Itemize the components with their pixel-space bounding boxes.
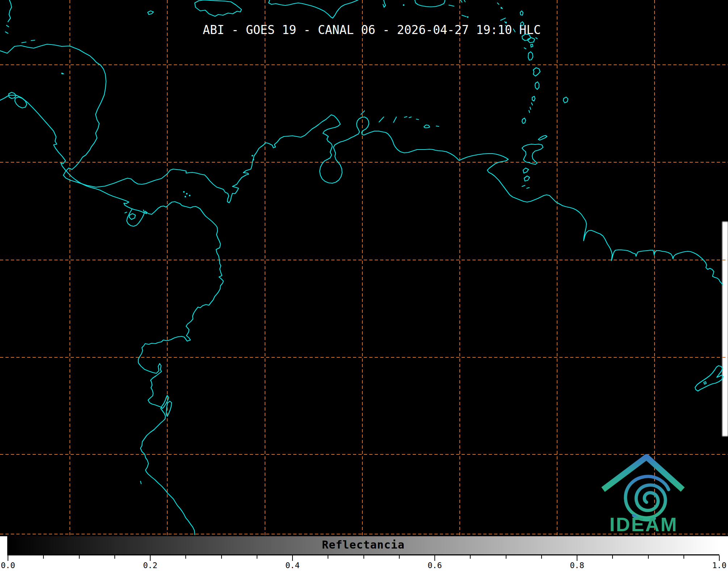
colorbar-footer: Reflectancia 0.00.20.40.60.81.0 [0,536,728,571]
satellite-map-image: IDEAM [0,0,728,536]
colorbar-minor-tick [114,555,115,559]
colorbar-minor-tick [648,555,649,559]
plot-title: ABI - GOES 19 - CANAL 06 - 2026-04-27 19… [203,24,541,36]
islet-dot [253,159,254,160]
colorbar-minor-tick [683,555,684,559]
colorbar-tick-label: 0.4 [285,562,300,570]
islet-dot [252,155,253,156]
colorbar-tick-label: 1.0 [712,562,727,570]
colorbar-minor-tick [328,555,328,559]
colorbar-minor-tick [257,555,257,559]
colorbar-minor-tick [506,555,506,559]
colorbar-major-tick [719,555,720,561]
islet-mark [416,119,418,119]
islet-dot [189,195,190,196]
colorbar-major-tick [150,555,151,561]
colorbar-tick-label: 0.6 [428,562,442,570]
colorbar-major-tick [292,555,293,561]
colorbar-label: Reflectancia [322,538,405,551]
reflectance-colorbar: Reflectancia [7,536,719,555]
colorbar-tick-label: 0.8 [570,562,584,570]
islet-dot [183,191,185,193]
colorbar-minor-tick [470,555,471,559]
islet-dot [186,193,188,194]
colorbar-minor-tick [221,555,222,559]
colorbar-major-tick [577,555,577,561]
colorbar-minor-tick [612,555,613,559]
islet-dot [403,4,404,6]
islet-mark [436,126,439,126]
islet-dot [185,196,186,197]
colorbar-minor-tick [363,555,364,559]
colorbar-major-tick [434,555,435,561]
islet-dot [467,16,468,18]
colorbar-minor-tick [541,555,542,559]
colorbar-minor-tick [399,555,400,559]
colorbar-minor-tick [79,555,80,559]
bright-cloud-edge [722,222,728,436]
colorbar-major-tick [8,555,8,561]
islet-dot [62,73,63,74]
colorbar-tick-label: 0.0 [1,562,15,570]
goes-satellite-viewer: IDEAM ABI - GOES 19 - CANAL 06 - 2026-04… [0,0,728,571]
colorbar-minor-tick [43,555,44,559]
colorbar-tick-label: 0.2 [143,562,157,570]
map-background [0,0,728,536]
cloud-artifact-strip [722,222,728,436]
islet-dot [501,7,502,9]
colorbar-minor-tick [185,555,186,559]
islet-mark [31,40,35,41]
ideam-logo-text: IDEAM [610,513,678,535]
